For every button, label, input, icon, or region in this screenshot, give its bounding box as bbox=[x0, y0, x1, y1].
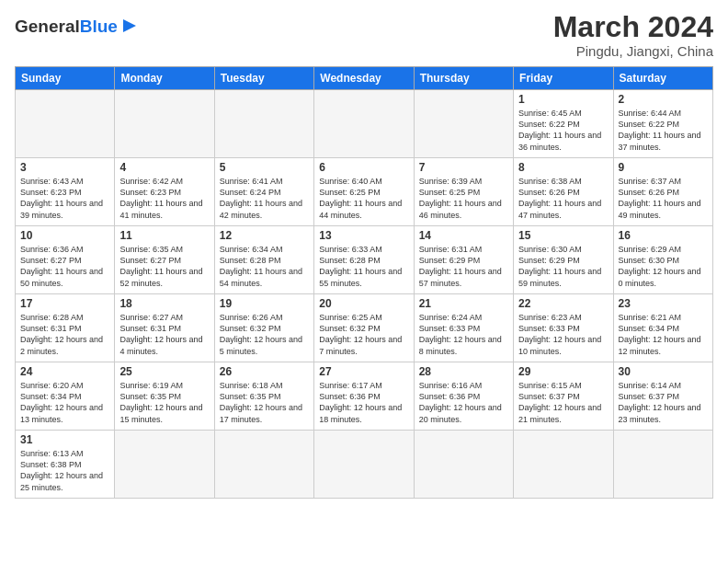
day-number: 7 bbox=[419, 161, 508, 174]
calendar-week-row: 17Sunrise: 6:28 AM Sunset: 6:31 PM Dayli… bbox=[16, 294, 713, 362]
day-info: Sunrise: 6:14 AM Sunset: 6:37 PM Dayligh… bbox=[619, 380, 708, 425]
day-info: Sunrise: 6:36 AM Sunset: 6:27 PM Dayligh… bbox=[20, 244, 109, 289]
calendar-cell: 16Sunrise: 6:29 AM Sunset: 6:30 PM Dayli… bbox=[613, 226, 712, 294]
day-info: Sunrise: 6:38 AM Sunset: 6:26 PM Dayligh… bbox=[518, 176, 608, 221]
day-number: 31 bbox=[20, 433, 109, 446]
day-info: Sunrise: 6:27 AM Sunset: 6:31 PM Dayligh… bbox=[119, 312, 209, 357]
day-number: 23 bbox=[619, 297, 708, 310]
day-number: 4 bbox=[119, 161, 209, 174]
calendar-week-row: 24Sunrise: 6:20 AM Sunset: 6:34 PM Dayli… bbox=[16, 362, 713, 431]
calendar-cell: 11Sunrise: 6:35 AM Sunset: 6:27 PM Dayli… bbox=[115, 226, 214, 294]
calendar-cell: 18Sunrise: 6:27 AM Sunset: 6:31 PM Dayli… bbox=[115, 294, 214, 362]
day-info: Sunrise: 6:29 AM Sunset: 6:30 PM Dayligh… bbox=[619, 244, 708, 289]
day-info: Sunrise: 6:39 AM Sunset: 6:25 PM Dayligh… bbox=[419, 176, 508, 221]
col-header-wednesday: Wednesday bbox=[314, 67, 414, 90]
svg-marker-0 bbox=[123, 19, 136, 32]
day-number: 21 bbox=[419, 297, 508, 310]
logo: GeneralBlue bbox=[15, 15, 138, 38]
calendar-title: March 2024 bbox=[553, 11, 713, 43]
calendar-cell: 23Sunrise: 6:21 AM Sunset: 6:34 PM Dayli… bbox=[613, 294, 712, 362]
day-info: Sunrise: 6:40 AM Sunset: 6:25 PM Dayligh… bbox=[319, 176, 408, 221]
calendar-cell: 12Sunrise: 6:34 AM Sunset: 6:28 PM Dayli… bbox=[214, 226, 313, 294]
day-number: 9 bbox=[619, 161, 708, 174]
day-info: Sunrise: 6:24 AM Sunset: 6:33 PM Dayligh… bbox=[419, 312, 508, 357]
day-number: 15 bbox=[518, 229, 608, 242]
calendar-cell: 31Sunrise: 6:13 AM Sunset: 6:38 PM Dayli… bbox=[16, 431, 115, 499]
day-number: 10 bbox=[20, 229, 109, 242]
calendar-cell: 21Sunrise: 6:24 AM Sunset: 6:33 PM Dayli… bbox=[414, 294, 513, 362]
calendar-cell: 20Sunrise: 6:25 AM Sunset: 6:32 PM Dayli… bbox=[314, 294, 414, 362]
calendar-cell: 6Sunrise: 6:40 AM Sunset: 6:25 PM Daylig… bbox=[314, 158, 414, 226]
calendar-cell bbox=[414, 90, 513, 158]
day-info: Sunrise: 6:15 AM Sunset: 6:37 PM Dayligh… bbox=[518, 380, 608, 425]
day-number: 28 bbox=[419, 365, 508, 378]
calendar-cell: 25Sunrise: 6:19 AM Sunset: 6:35 PM Dayli… bbox=[115, 362, 214, 431]
day-info: Sunrise: 6:19 AM Sunset: 6:35 PM Dayligh… bbox=[119, 380, 209, 425]
day-info: Sunrise: 6:28 AM Sunset: 6:31 PM Dayligh… bbox=[20, 312, 109, 357]
day-number: 8 bbox=[518, 161, 608, 174]
day-info: Sunrise: 6:26 AM Sunset: 6:32 PM Dayligh… bbox=[220, 312, 309, 357]
calendar-cell bbox=[314, 431, 414, 499]
col-header-sunday: Sunday bbox=[16, 67, 115, 90]
col-header-thursday: Thursday bbox=[414, 67, 513, 90]
day-number: 22 bbox=[518, 297, 608, 310]
col-header-tuesday: Tuesday bbox=[214, 67, 313, 90]
title-block: March 2024 Pingdu, Jiangxi, China bbox=[553, 11, 713, 59]
day-info: Sunrise: 6:30 AM Sunset: 6:29 PM Dayligh… bbox=[518, 244, 608, 289]
calendar-cell: 29Sunrise: 6:15 AM Sunset: 6:37 PM Dayli… bbox=[514, 362, 613, 431]
day-number: 11 bbox=[119, 229, 209, 242]
day-info: Sunrise: 6:35 AM Sunset: 6:27 PM Dayligh… bbox=[119, 244, 209, 289]
day-info: Sunrise: 6:37 AM Sunset: 6:26 PM Dayligh… bbox=[619, 176, 708, 221]
calendar-page: GeneralBlue March 2024 Pingdu, Jiangxi, … bbox=[0, 0, 728, 563]
calendar-week-row: 1Sunrise: 6:45 AM Sunset: 6:22 PM Daylig… bbox=[16, 90, 713, 158]
day-info: Sunrise: 6:25 AM Sunset: 6:32 PM Dayligh… bbox=[319, 312, 408, 357]
day-info: Sunrise: 6:33 AM Sunset: 6:28 PM Dayligh… bbox=[319, 244, 408, 289]
day-number: 18 bbox=[119, 297, 209, 310]
calendar-cell: 24Sunrise: 6:20 AM Sunset: 6:34 PM Dayli… bbox=[16, 362, 115, 431]
day-number: 5 bbox=[220, 161, 309, 174]
calendar-cell: 28Sunrise: 6:16 AM Sunset: 6:36 PM Dayli… bbox=[414, 362, 513, 431]
header: GeneralBlue March 2024 Pingdu, Jiangxi, … bbox=[15, 11, 713, 59]
day-number: 12 bbox=[220, 229, 309, 242]
calendar-cell: 30Sunrise: 6:14 AM Sunset: 6:37 PM Dayli… bbox=[613, 362, 712, 431]
calendar-cell: 1Sunrise: 6:45 AM Sunset: 6:22 PM Daylig… bbox=[514, 90, 613, 158]
calendar-cell bbox=[613, 431, 712, 499]
calendar-header-row: SundayMondayTuesdayWednesdayThursdayFrid… bbox=[16, 67, 713, 90]
calendar-cell: 7Sunrise: 6:39 AM Sunset: 6:25 PM Daylig… bbox=[414, 158, 513, 226]
day-number: 6 bbox=[319, 161, 408, 174]
calendar-week-row: 3Sunrise: 6:43 AM Sunset: 6:23 PM Daylig… bbox=[16, 158, 713, 226]
day-info: Sunrise: 6:45 AM Sunset: 6:22 PM Dayligh… bbox=[518, 108, 608, 153]
day-info: Sunrise: 6:42 AM Sunset: 6:23 PM Dayligh… bbox=[119, 176, 209, 221]
col-header-saturday: Saturday bbox=[613, 67, 712, 90]
day-info: Sunrise: 6:21 AM Sunset: 6:34 PM Dayligh… bbox=[619, 312, 708, 357]
day-info: Sunrise: 6:20 AM Sunset: 6:34 PM Dayligh… bbox=[20, 380, 109, 425]
calendar-cell bbox=[214, 90, 313, 158]
calendar-cell: 15Sunrise: 6:30 AM Sunset: 6:29 PM Dayli… bbox=[514, 226, 613, 294]
calendar-week-row: 10Sunrise: 6:36 AM Sunset: 6:27 PM Dayli… bbox=[16, 226, 713, 294]
day-info: Sunrise: 6:41 AM Sunset: 6:24 PM Dayligh… bbox=[220, 176, 309, 221]
calendar-cell: 27Sunrise: 6:17 AM Sunset: 6:36 PM Dayli… bbox=[314, 362, 414, 431]
logo-general: General bbox=[15, 17, 80, 36]
calendar-cell: 22Sunrise: 6:23 AM Sunset: 6:33 PM Dayli… bbox=[514, 294, 613, 362]
calendar-cell: 9Sunrise: 6:37 AM Sunset: 6:26 PM Daylig… bbox=[613, 158, 712, 226]
calendar-cell: 19Sunrise: 6:26 AM Sunset: 6:32 PM Dayli… bbox=[214, 294, 313, 362]
calendar-cell bbox=[214, 431, 313, 499]
day-number: 1 bbox=[518, 93, 608, 106]
calendar-cell: 26Sunrise: 6:18 AM Sunset: 6:35 PM Dayli… bbox=[214, 362, 313, 431]
calendar-cell: 14Sunrise: 6:31 AM Sunset: 6:29 PM Dayli… bbox=[414, 226, 513, 294]
day-info: Sunrise: 6:16 AM Sunset: 6:36 PM Dayligh… bbox=[419, 380, 508, 425]
day-number: 16 bbox=[619, 229, 708, 242]
day-info: Sunrise: 6:13 AM Sunset: 6:38 PM Dayligh… bbox=[20, 448, 109, 493]
logo-triangle-icon bbox=[121, 17, 138, 34]
calendar-cell: 3Sunrise: 6:43 AM Sunset: 6:23 PM Daylig… bbox=[16, 158, 115, 226]
day-number: 17 bbox=[20, 297, 109, 310]
col-header-friday: Friday bbox=[514, 67, 613, 90]
calendar-cell bbox=[115, 90, 214, 158]
day-number: 20 bbox=[319, 297, 408, 310]
day-info: Sunrise: 6:18 AM Sunset: 6:35 PM Dayligh… bbox=[220, 380, 309, 425]
day-number: 26 bbox=[220, 365, 309, 378]
calendar-cell: 2Sunrise: 6:44 AM Sunset: 6:22 PM Daylig… bbox=[613, 90, 712, 158]
day-number: 30 bbox=[619, 365, 708, 378]
calendar-cell: 4Sunrise: 6:42 AM Sunset: 6:23 PM Daylig… bbox=[115, 158, 214, 226]
day-number: 29 bbox=[518, 365, 608, 378]
